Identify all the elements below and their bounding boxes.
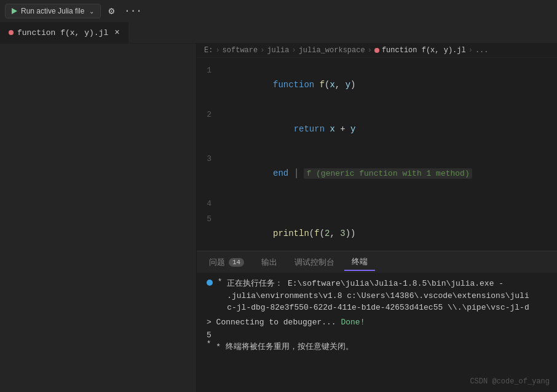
done-text: Done! [341, 318, 365, 327]
tab-output[interactable]: 输出 [254, 254, 285, 270]
breadcrumb-dot [374, 48, 379, 53]
issues-badge: 14 [229, 258, 244, 267]
tab-dot [9, 30, 14, 35]
run-button[interactable]: Run active Julia file ⌄ [5, 4, 101, 18]
result-line: 5 [207, 331, 547, 340]
breadcrumb-software[interactable]: software [223, 46, 258, 55]
code-line-4: 4 [197, 196, 557, 211]
terminal-asterisk-2: * [207, 340, 211, 348]
code-line-2: 2 return x + y [197, 107, 557, 151]
tab-debug[interactable]: 调试控制台 [287, 254, 342, 270]
terminal-line-1: 正在执行任务： E:\software\julia\Julia-1.8.5\bi… [227, 278, 529, 290]
breadcrumb-current: function f(x, y).jl [374, 46, 466, 55]
tab-output-label: 输出 [261, 257, 277, 268]
executing-label: 正在执行任务： [227, 279, 283, 288]
code-line-5: 5 println(f(2, 3)) [197, 211, 557, 251]
breadcrumb-ellipsis: ... [475, 46, 489, 55]
line-content-2: return x + y [221, 107, 355, 151]
tab-label: function f(x, y).jl [17, 28, 108, 37]
executing-path-1: E:\software\julia\Julia-1.8.5\bin\julia.… [288, 279, 504, 288]
breadcrumb-sep-1: › [215, 46, 219, 55]
watermark: CSDN @code_of_yang [470, 377, 550, 386]
editor-container: E: › software › julia › julia_workspace … [197, 44, 557, 392]
gear-icon[interactable]: ⚙ [106, 2, 117, 20]
terminal-bullet [207, 280, 213, 286]
breadcrumb-sep-2: › [260, 46, 264, 55]
code-line-3: 3 end │ f (generic function with 1 metho… [197, 151, 557, 196]
tab-terminal[interactable]: 终端 [344, 254, 375, 271]
line-number-5: 5 [197, 212, 221, 227]
line-number-1: 1 [197, 63, 221, 78]
terminal-line-3: c-jl-dbg-82e3f550-622d-411e-b1de-42653d4… [227, 302, 529, 314]
terminal-asterisk-1: * [218, 278, 222, 286]
tab-issues-label: 问题 [209, 257, 225, 268]
sidebar [0, 44, 197, 392]
ellipsis-icon[interactable]: ··· [122, 3, 144, 19]
line-content-1: function f(x, y) [221, 63, 355, 107]
breadcrumb-sep-5: › [468, 46, 473, 55]
tab-issues[interactable]: 问题 14 [202, 254, 251, 270]
close-icon[interactable]: × [114, 28, 119, 37]
terminal-line-2: .julia\environments\v1.8 c:\Users\14386\… [227, 290, 529, 302]
line-number-3: 3 [197, 152, 221, 167]
breadcrumb: E: › software › julia › julia_workspace … [197, 44, 557, 58]
line-content-4 [221, 196, 226, 211]
tab-terminal-label: 终端 [352, 256, 368, 267]
code-line-1: 1 function f(x, y) [197, 63, 557, 107]
main-area: E: › software › julia › julia_workspace … [0, 44, 557, 392]
close-message: * 终端将被任务重用，按任意键关闭。 [216, 341, 354, 352]
breadcrumb-workspace[interactable]: julia_workspace [299, 46, 365, 55]
bottom-panel: 问题 14 输出 调试控制台 终端 * [197, 251, 557, 392]
result-number: 5 [207, 331, 211, 340]
terminal-executing-text: 正在执行任务： E:\software\julia\Julia-1.8.5\bi… [227, 278, 529, 314]
breadcrumb-sep-4: › [368, 46, 372, 55]
terminal-executing-line: * 正在执行任务： E:\software\julia\Julia-1.8.5\… [207, 278, 547, 314]
play-icon [12, 8, 17, 14]
tab-debug-label: 调试控制台 [294, 257, 334, 268]
line-number-4: 4 [197, 197, 221, 211]
line-content-3: end │ f (generic function with 1 method) [221, 151, 472, 196]
breadcrumb-julia[interactable]: julia [267, 46, 289, 55]
breadcrumb-drive: E: [204, 46, 213, 55]
file-tab[interactable]: function f(x, y).jl × [0, 22, 129, 44]
chevron-down-icon: ⌄ [89, 8, 94, 15]
connecting-line: > Connecting to debugger... Done! [207, 318, 547, 327]
toolbar: Run active Julia file ⌄ ⚙ ··· [0, 0, 557, 22]
connecting-text: > Connecting to debugger... [207, 318, 336, 327]
line-content-5: println(f(2, 3)) [221, 211, 355, 251]
close-msg-line: * * 终端将被任务重用，按任意键关闭。 [207, 340, 547, 352]
panel-tabs: 问题 14 输出 调试控制台 终端 [197, 251, 557, 273]
tab-bar: function f(x, y).jl × [0, 22, 557, 44]
breadcrumb-filename[interactable]: function f(x, y).jl [382, 46, 466, 55]
code-editor[interactable]: 1 function f(x, y) 2 return x + y 3 end … [197, 58, 557, 251]
breadcrumb-sep-3: › [291, 46, 296, 55]
terminal-content: * 正在执行任务： E:\software\julia\Julia-1.8.5\… [197, 273, 557, 392]
run-label: Run active Julia file [21, 7, 84, 15]
line-number-2: 2 [197, 108, 221, 122]
